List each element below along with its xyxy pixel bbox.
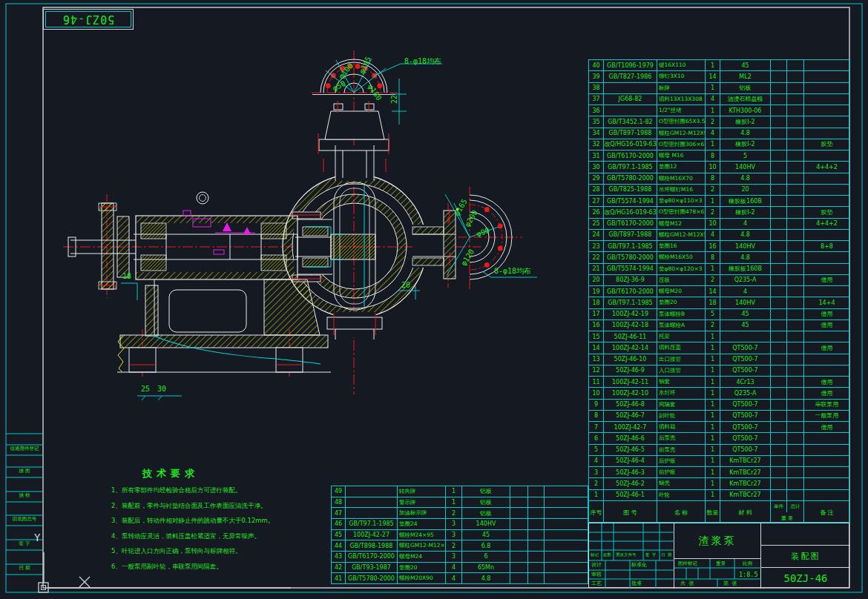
tech-items: 1、所有零部件均经检验合格后方可进行装配。2、装配前，零件与衬垫结合面及工作表面… — [111, 485, 334, 572]
header-cell: 序号 — [589, 501, 604, 523]
table-row: 40GB/T1096-1979键16X110145 — [589, 60, 849, 71]
table-cell — [771, 71, 787, 82]
table-cell — [804, 467, 849, 477]
table-cell — [528, 552, 545, 562]
table-cell — [787, 150, 804, 161]
tech-requirements: 技术要求 1、所有零部件均经检验合格后方可进行装配。2、装配前，零件与衬垫结合面… — [111, 467, 334, 572]
table-cell: 螺柱GM12-M12X90 — [657, 128, 706, 139]
table-cell: GB/T898-1988 — [346, 540, 398, 551]
cad-canvas[interactable]: 50ZJ-46 借通用件登记描 图描 校旧底图总号签 字日 期 技术要求 1、所… — [0, 0, 868, 599]
table-cell: QT500-7 — [720, 422, 771, 432]
table-cell: 1 — [706, 433, 720, 443]
table-cell: JG68-82 — [604, 94, 657, 105]
table-cell: 6.8 — [462, 540, 510, 551]
table-row: 41GB/T5780-2000螺栓M20X9044.8 — [332, 573, 588, 583]
table-cell: 100ZJ-42-27 — [346, 530, 398, 540]
table-cell — [787, 320, 804, 331]
table-cell — [804, 478, 849, 489]
table-cell — [510, 563, 528, 573]
table-cell: GB/T6170-2000 — [604, 286, 657, 297]
table-cell — [771, 150, 787, 161]
table-cell — [604, 83, 657, 93]
table-cell — [771, 388, 787, 398]
table-cell: 1 — [706, 105, 720, 116]
table-cell — [771, 342, 787, 353]
table-cell — [771, 400, 787, 410]
table-cell — [771, 411, 787, 421]
table-cell — [804, 365, 849, 376]
table-row: 2080ZJ-36-9压板2Q235-A借用 — [589, 275, 849, 286]
table-cell — [804, 105, 849, 116]
table-cell: 4 — [720, 219, 771, 229]
table-cell: 50ZJ-46-10 — [604, 354, 657, 365]
table-cell: 填料压盖 — [657, 342, 706, 353]
table-cell: 螺栓M16X70 — [657, 173, 706, 184]
table-cell: 1 — [446, 497, 462, 508]
table-cell: 4+4+2 — [804, 162, 849, 172]
table-cell: GB/T5780-2000 — [346, 573, 398, 583]
table-cell: 1 — [706, 400, 720, 410]
table-cell: 1 — [706, 331, 720, 342]
bearing-housing — [136, 192, 297, 279]
table-cell: 15 — [589, 331, 604, 342]
table-cell: 50ZJ-46-5 — [604, 445, 657, 455]
table-cell: 50ZJ-46-4 — [604, 456, 657, 466]
tech-item: 1、所有零部件均经检验合格后方可进行装配。 — [111, 485, 334, 496]
table-cell: KmTBCr27 — [720, 467, 771, 477]
table-cell — [604, 105, 657, 116]
table-cell: 28 — [589, 185, 604, 195]
header-cell: 名 称 — [657, 501, 706, 523]
dim-note: 8-φ18均布 — [494, 268, 531, 275]
table-cell: 26 — [589, 207, 604, 217]
table-cell — [771, 139, 787, 150]
tech-item: 4、泵转动应灵活，填料压盖松紧适宜，无异常噪声。 — [111, 531, 334, 542]
table-cell: 螺柱GM12-M12X55 — [657, 230, 706, 240]
table-cell: 4.8 — [720, 252, 771, 262]
table-cell: 填料箱 — [657, 422, 706, 432]
parts-list-right: 40GB/T1096-1979键16X11014539GB/T827-1986铆… — [588, 59, 849, 501]
table-cell: 16 — [589, 320, 604, 331]
tech-item: 6、一般泵用副叶轮，串联泵用间隔套。 — [111, 561, 334, 572]
table-cell — [771, 128, 787, 139]
table-cell: 托架 — [657, 331, 706, 342]
table-cell — [787, 354, 804, 365]
table-cell: QT500-7 — [720, 445, 771, 455]
table-cell: 转向牌 — [398, 486, 446, 497]
table-cell: 1 — [706, 342, 720, 353]
table-cell: 36 — [589, 105, 604, 116]
table-cell: 1 — [446, 486, 462, 497]
table-cell: QT500-7 — [720, 433, 771, 443]
table-cell — [787, 139, 804, 150]
table-cell — [771, 422, 787, 432]
table-cell: 胶垫 — [804, 139, 849, 150]
table-cell: 6 — [589, 433, 604, 443]
table-row: 17100ZJ-42-19泵体螺栓B545借用 — [589, 309, 849, 320]
table-row: 24GB/T897-1988螺柱GM12-M12X5544.8 — [589, 230, 849, 241]
table-cell — [545, 530, 588, 540]
table-cell — [771, 207, 787, 217]
table-cell — [804, 83, 849, 93]
table-cell: 2 — [706, 185, 720, 195]
table-cell: 加油标示牌 — [398, 508, 446, 518]
table-cell — [510, 519, 528, 529]
table-cell: 50ZJ-46-6 — [604, 433, 657, 443]
tech-item: 3、装配后，转动件相对静止件的跳动量不大于0.12mm。 — [111, 515, 334, 526]
table-cell: Q235-A — [720, 388, 771, 398]
table-cell — [545, 552, 588, 562]
table-cell: 副叶轮 — [657, 411, 706, 421]
table-row: 48警示牌1铝板 — [332, 497, 588, 509]
table-cell: 水封环 — [657, 388, 706, 398]
table-cell: 铝板 — [462, 508, 510, 518]
table-row: 150ZJ-46-1叶轮1KmTBCr27 — [589, 490, 849, 500]
table-row: 350ZJ-46-3前护板1KmTBCr27 — [589, 467, 849, 478]
table-cell — [787, 400, 804, 410]
table-row: 16100ZJ-42-18泵体螺栓A245借用 — [589, 320, 849, 331]
table-cell: 4.8 — [720, 173, 771, 184]
table-row: 650ZJ-46-6后泵壳1QT500-7 — [589, 433, 849, 444]
table-cell — [771, 490, 787, 500]
table-cell — [787, 162, 804, 172]
border-field: 描 图 — [6, 468, 43, 474]
table-cell: 45 — [332, 530, 346, 540]
corner-stamp: 50ZJ-46 — [43, 9, 134, 30]
dim: 20 — [401, 282, 410, 289]
